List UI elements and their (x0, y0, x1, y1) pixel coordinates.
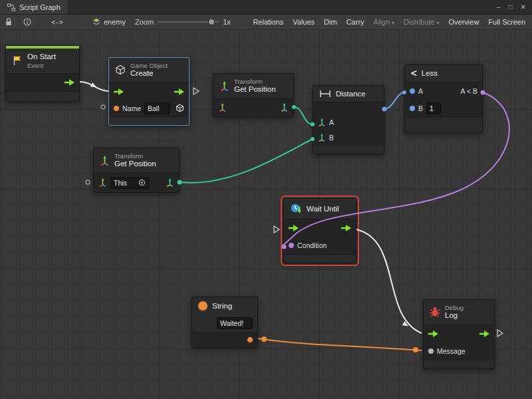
green-arrow-icon (65, 79, 74, 86)
sidebar-toggle-button[interactable]: <-> (37, 15, 78, 29)
node-game-object-create[interactable]: Game Object Create (108, 57, 190, 126)
node-title: String (212, 302, 232, 310)
cube-icon (176, 104, 184, 112)
string-value-field[interactable] (217, 317, 253, 329)
wire-distance-to-less-a (382, 90, 407, 112)
vector3-out-port[interactable] (280, 103, 289, 112)
flow-stub-log-out[interactable] (497, 330, 503, 336)
node-category: Game Object (130, 62, 168, 69)
graph-name[interactable]: enemy (92, 18, 126, 26)
flow-out-port[interactable] (341, 225, 351, 231)
value-stub-create-name[interactable] (101, 105, 105, 109)
vector3-out-port[interactable] (166, 178, 174, 187)
minimize-icon[interactable]: – (497, 3, 501, 11)
flow-out-port[interactable] (65, 79, 74, 86)
close-icon[interactable]: ✕ (521, 3, 526, 11)
dim-button[interactable]: Dim (319, 15, 342, 29)
align-button[interactable]: Align ▾ (369, 15, 399, 29)
vector3-axes-icon (318, 118, 326, 126)
node-footer (109, 116, 189, 125)
maximize-icon[interactable]: □ (509, 3, 513, 11)
node-subtitle: Event (27, 62, 56, 69)
b-input-port[interactable] (410, 106, 415, 111)
green-arrow-icon (341, 225, 351, 231)
graph-toolbar: <-> enemy Zoom 1x Relations Values Dim C… (0, 15, 532, 30)
a-port-label: A (418, 87, 423, 95)
node-footer (284, 254, 356, 263)
b-port-label[interactable]: B (329, 134, 334, 142)
node-title: Get Position (114, 160, 156, 169)
flow-out-port[interactable] (479, 331, 489, 337)
zoom-slider[interactable] (158, 18, 219, 26)
wait-clock-icon (290, 203, 302, 215)
overview-button[interactable]: Overview (444, 15, 484, 29)
node-header: < Less (405, 65, 482, 82)
node-get-position-1[interactable]: Transform Get Position (213, 73, 294, 117)
node-header: Transform Get Position (94, 148, 179, 173)
node-debug-log[interactable]: Debug Log (423, 299, 495, 369)
tab-script-graph[interactable]: Script Graph (0, 0, 68, 14)
relations-button[interactable]: Relations (248, 15, 288, 29)
node-wait-until[interactable]: Wait Until C (283, 198, 356, 263)
node-less[interactable]: < Less A A < B B (404, 64, 483, 133)
node-distance[interactable]: Distance A (313, 85, 384, 154)
flow-in-port[interactable] (289, 225, 299, 231)
name-input-port[interactable] (114, 106, 119, 111)
node-header: Debug Log (424, 300, 494, 325)
node-category: Transform (234, 78, 276, 85)
node-title: Get Position (234, 85, 276, 94)
name-value-field[interactable] (144, 102, 170, 114)
name-port-label: Name (122, 104, 141, 112)
flow-in-port[interactable] (114, 88, 124, 95)
vector3-axes-icon (318, 134, 326, 142)
transform-axes-icon (98, 178, 107, 187)
values-button[interactable]: Values (288, 15, 319, 29)
node-header: Transform Get Position (213, 74, 293, 98)
node-category: Debug (445, 304, 464, 311)
target-object-value: This (114, 179, 127, 187)
green-arrow-icon (174, 88, 184, 95)
node-get-position-2[interactable]: Transform Get Position This (93, 148, 180, 193)
zoom-slider-knob[interactable] (208, 19, 215, 25)
b-port-label: B (418, 104, 423, 112)
distribute-button[interactable]: Distribute ▾ (399, 15, 444, 29)
flow-out-port[interactable] (174, 88, 184, 95)
transform-in-port[interactable] (218, 103, 227, 112)
flow-stub-waituntil-in[interactable] (274, 226, 279, 233)
condition-input-port[interactable] (289, 243, 294, 248)
script-graph-window: Script Graph – □ ✕ <-> (0, 0, 532, 399)
lock-button[interactable] (0, 15, 18, 29)
graph-canvas[interactable]: On Start Event (0, 29, 532, 399)
message-port-label: Message (437, 347, 466, 355)
inspect-button[interactable] (18, 15, 37, 29)
node-title: Distance (336, 90, 366, 98)
b-value-field[interactable] (426, 102, 441, 114)
message-input-port[interactable] (428, 348, 434, 354)
node-on-start-event[interactable]: On Start Event (5, 45, 80, 102)
wire-waituntil-to-log (356, 229, 422, 333)
flow-stub-create-out[interactable] (194, 88, 199, 94)
object-picker-icon[interactable] (138, 179, 146, 186)
info-icon (23, 18, 31, 26)
node-footer (6, 91, 79, 101)
target-object-field[interactable]: This (110, 177, 149, 189)
node-header: Wait Until (284, 199, 356, 219)
fullscreen-button[interactable]: Full Screen (483, 15, 532, 29)
chevron-down-icon: ▾ (437, 20, 440, 26)
node-string[interactable]: String (192, 297, 258, 348)
a-port-label[interactable]: A (329, 118, 334, 126)
zoom-value: 1x (223, 18, 231, 26)
title-bar: Script Graph – □ ✕ (0, 0, 532, 15)
transform-axes-icon (218, 103, 227, 112)
string-literal-icon (198, 301, 207, 311)
less-than-icon: < (411, 68, 417, 78)
gameobject-out-port[interactable] (176, 104, 184, 112)
carry-button[interactable]: Carry (342, 15, 369, 29)
flow-in-port[interactable] (428, 331, 438, 337)
sidebar-toggle-label: <-> (51, 19, 63, 26)
value-stub-getpos2-target[interactable] (86, 180, 90, 184)
condition-port-label: Condition (297, 241, 327, 249)
string-out-port[interactable] (247, 337, 253, 342)
distance-ruler-icon (319, 90, 331, 98)
a-input-port[interactable] (410, 88, 415, 94)
